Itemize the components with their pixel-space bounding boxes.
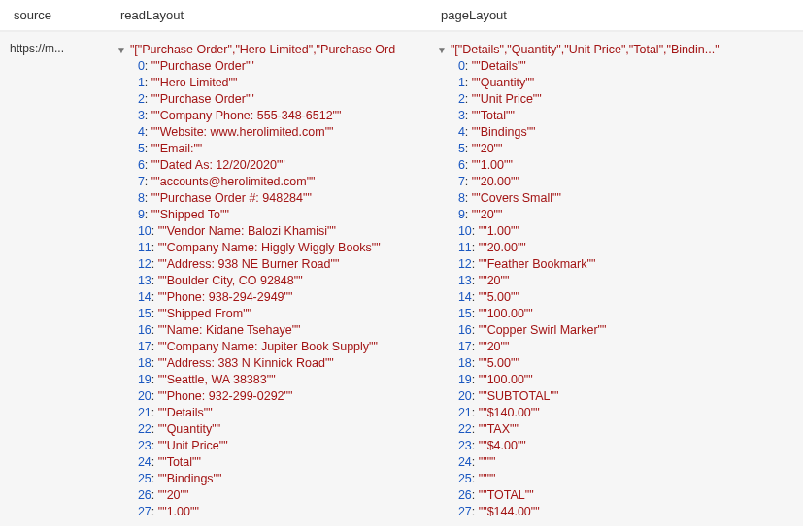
list-item[interactable]: 12: ""Address: 938 NE Burner Road"" bbox=[138, 256, 395, 273]
list-item[interactable]: 1: ""Quantity"" bbox=[458, 75, 719, 91]
list-item[interactable]: 21: ""$140.00"" bbox=[458, 405, 719, 421]
list-item[interactable]: 16: ""Copper Swirl Marker"" bbox=[458, 322, 719, 339]
list-item[interactable]: 25: ""Bindings"" bbox=[138, 471, 395, 487]
list-item[interactable]: 10: ""Vendor Name: Balozi Khamisi"" bbox=[138, 223, 395, 240]
item-index: 13 bbox=[458, 274, 472, 287]
column-header-pagelayout[interactable]: pageLayout bbox=[437, 2, 803, 28]
item-value: ""20"" bbox=[479, 274, 510, 287]
list-item[interactable]: 6: ""1.00"" bbox=[458, 157, 719, 174]
list-item[interactable]: 11: ""Company Name: Higgly Wiggly Books"… bbox=[138, 240, 395, 256]
list-item[interactable]: 26: ""20"" bbox=[138, 487, 395, 504]
item-index: 16 bbox=[458, 323, 472, 337]
item-index: 6 bbox=[458, 158, 465, 172]
list-item[interactable]: 18: ""Address: 383 N Kinnick Road"" bbox=[138, 355, 395, 372]
item-index: 2 bbox=[138, 92, 145, 106]
list-item[interactable]: 1: ""Hero Limited"" bbox=[138, 75, 395, 91]
list-item[interactable]: 16: ""Name: Kidane Tsehaye"" bbox=[138, 322, 395, 339]
column-header-source[interactable]: source bbox=[10, 2, 117, 28]
item-value: ""1.00"" bbox=[479, 224, 519, 238]
expand-toggle-icon[interactable]: ▼ bbox=[117, 42, 130, 58]
item-value: ""100.00"" bbox=[479, 373, 533, 386]
item-value: ""Company Phone: 555-348-6512"" bbox=[151, 109, 342, 122]
list-item[interactable]: 27: ""1.00"" bbox=[138, 504, 395, 520]
list-item[interactable]: 14: ""5.00"" bbox=[458, 289, 719, 306]
list-item[interactable]: 11: ""20.00"" bbox=[458, 240, 719, 256]
list-item[interactable]: 19: ""100.00"" bbox=[458, 372, 719, 388]
item-value: ""Details"" bbox=[158, 406, 213, 419]
list-item[interactable]: 4: ""Website: www.herolimited.com"" bbox=[138, 124, 395, 141]
item-index: 27 bbox=[138, 505, 151, 518]
item-value: ""Bindings"" bbox=[472, 125, 536, 139]
item-value: ""Feather Bookmark"" bbox=[479, 257, 596, 271]
list-item[interactable]: 20: ""SUBTOTAL"" bbox=[458, 388, 719, 405]
list-item[interactable]: 5: ""20"" bbox=[458, 141, 719, 157]
item-index: 24 bbox=[458, 455, 472, 469]
readlayout-summary[interactable]: "["Purchase Order","Hero Limited","Purch… bbox=[130, 42, 395, 58]
list-item[interactable]: 20: ""Phone: 932-299-0292"" bbox=[138, 388, 395, 405]
list-item[interactable]: 3: ""Total"" bbox=[458, 108, 719, 124]
item-index: 1 bbox=[458, 76, 465, 89]
item-value: ""Unit Price"" bbox=[158, 439, 228, 452]
list-item[interactable]: 22: ""TAX"" bbox=[458, 421, 719, 438]
item-index: 25 bbox=[138, 472, 151, 485]
expand-toggle-icon[interactable]: ▼ bbox=[437, 42, 451, 58]
list-item[interactable]: 17: ""Company Name: Jupiter Book Supply"… bbox=[138, 339, 395, 355]
list-item[interactable]: 7: ""accounts@herolimited.com"" bbox=[138, 174, 395, 190]
list-item[interactable]: 21: ""Details"" bbox=[138, 405, 395, 421]
item-index: 7 bbox=[458, 175, 465, 188]
list-item[interactable]: 18: ""5.00"" bbox=[458, 355, 719, 372]
list-item[interactable]: 24: """" bbox=[458, 454, 719, 471]
list-item[interactable]: 8: ""Purchase Order #: 948284"" bbox=[138, 190, 395, 207]
list-item[interactable]: 10: ""1.00"" bbox=[458, 223, 719, 240]
item-value: ""Phone: 938-294-2949"" bbox=[158, 290, 293, 304]
list-item[interactable]: 0: ""Details"" bbox=[458, 58, 719, 75]
list-item[interactable]: 6: ""Dated As: 12/20/2020"" bbox=[138, 157, 395, 174]
column-header-readlayout[interactable]: readLayout bbox=[117, 2, 437, 28]
item-index: 5 bbox=[458, 142, 465, 155]
list-item[interactable]: 0: ""Purchase Order"" bbox=[138, 58, 395, 75]
item-value: ""$144.00"" bbox=[479, 505, 540, 518]
list-item[interactable]: 4: ""Bindings"" bbox=[458, 124, 719, 141]
item-value: ""accounts@herolimited.com"" bbox=[151, 175, 316, 188]
list-item[interactable]: 15: ""100.00"" bbox=[458, 306, 719, 322]
item-value: ""20.00"" bbox=[472, 175, 519, 188]
list-item[interactable]: 13: ""20"" bbox=[458, 273, 719, 289]
list-item[interactable]: 2: ""Purchase Order"" bbox=[138, 91, 395, 108]
list-item[interactable]: 27: ""$144.00"" bbox=[458, 504, 719, 520]
list-item[interactable]: 23: ""Unit Price"" bbox=[138, 438, 395, 454]
list-item[interactable]: 19: ""Seattle, WA 38383"" bbox=[138, 372, 395, 388]
item-index: 8 bbox=[138, 191, 145, 205]
list-item[interactable]: 13: ""Boulder City, CO 92848"" bbox=[138, 273, 395, 289]
item-value: ""Shipped From"" bbox=[158, 307, 251, 320]
item-value: ""1.00"" bbox=[472, 158, 513, 172]
list-item[interactable]: 14: ""Phone: 938-294-2949"" bbox=[138, 289, 395, 306]
list-item[interactable]: 3: ""Company Phone: 555-348-6512"" bbox=[138, 108, 395, 124]
list-item[interactable]: 15: ""Shipped From"" bbox=[138, 306, 395, 322]
list-item[interactable]: 9: ""20"" bbox=[458, 207, 719, 223]
item-value: ""5.00"" bbox=[479, 356, 519, 370]
item-index: 16 bbox=[138, 323, 151, 337]
item-index: 3 bbox=[138, 109, 145, 122]
item-index: 18 bbox=[138, 356, 151, 370]
item-value: ""Website: www.herolimited.com"" bbox=[151, 125, 334, 139]
item-index: 3 bbox=[458, 109, 465, 122]
list-item[interactable]: 26: ""TOTAL"" bbox=[458, 487, 719, 504]
list-item[interactable]: 12: ""Feather Bookmark"" bbox=[458, 256, 719, 273]
list-item[interactable]: 8: ""Covers Small"" bbox=[458, 190, 719, 207]
list-item[interactable]: 2: ""Unit Price"" bbox=[458, 91, 719, 108]
list-item[interactable]: 22: ""Quantity"" bbox=[138, 421, 395, 438]
readlayout-tree: "["Purchase Order","Hero Limited","Purch… bbox=[130, 42, 401, 520]
list-item[interactable]: 25: """" bbox=[458, 471, 719, 487]
item-index: 27 bbox=[458, 505, 472, 518]
item-index: 22 bbox=[138, 422, 151, 436]
list-item[interactable]: 24: ""Total"" bbox=[138, 454, 395, 471]
item-value: ""Total"" bbox=[472, 109, 515, 122]
item-index: 6 bbox=[138, 158, 145, 172]
pagelayout-summary[interactable]: "["Details","Quantity","Unit Price","Tot… bbox=[451, 42, 719, 58]
list-item[interactable]: 17: ""20"" bbox=[458, 339, 719, 355]
list-item[interactable]: 23: ""$4.00"" bbox=[458, 438, 719, 454]
data-row: https://m... ▼ "["Purchase Order","Hero … bbox=[0, 31, 803, 526]
list-item[interactable]: 5: ""Email:"" bbox=[138, 141, 395, 157]
list-item[interactable]: 9: ""Shipped To"" bbox=[138, 207, 395, 223]
list-item[interactable]: 7: ""20.00"" bbox=[458, 174, 719, 190]
